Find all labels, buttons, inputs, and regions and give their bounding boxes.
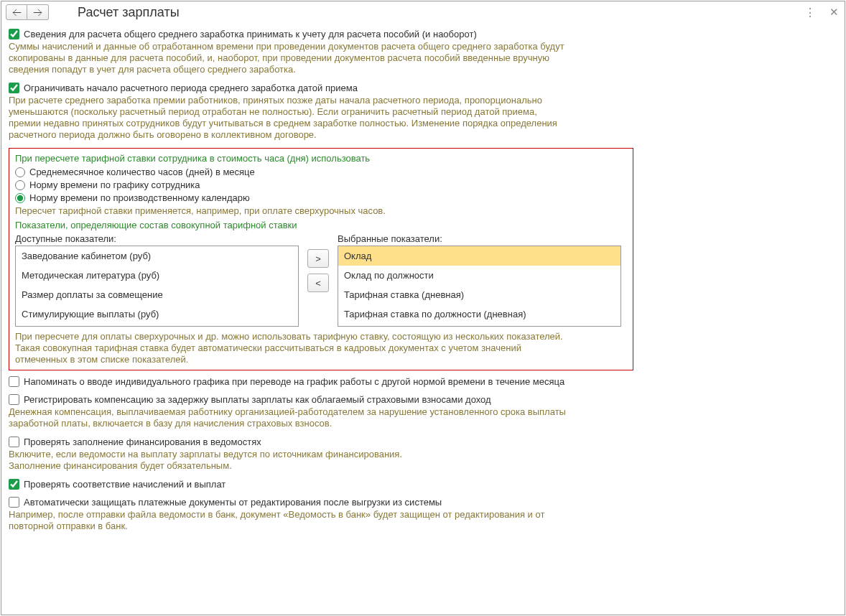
selected-label: Выбранные показатели: xyxy=(338,233,621,244)
checkbox-auto-protect[interactable] xyxy=(9,497,19,508)
desc-auto-protect: Например, после отправки файла ведомости… xyxy=(9,509,569,532)
nav-buttons: 🡠 🡢 xyxy=(6,4,49,20)
window-header: 🡠 🡢 Расчет зарплаты ⋮ ✕ xyxy=(1,1,845,23)
header-actions: ⋮ ✕ xyxy=(804,6,839,19)
radio-label-schedule-norm: Норму времени по графику сотрудника xyxy=(29,179,200,190)
content-area: Сведения для расчета общего среднего зар… xyxy=(1,23,845,546)
checkbox-limit-period-start[interactable] xyxy=(9,83,19,93)
forward-button[interactable]: 🡢 xyxy=(27,4,49,20)
available-listbox[interactable]: Заведование кабинетом (руб)Методическая … xyxy=(15,246,299,327)
label-check-accruals: Проверять соответствие начислений и выпл… xyxy=(24,479,226,490)
selected-column: Выбранные показатели: ОкладОклад по долж… xyxy=(338,233,621,327)
selected-listbox[interactable]: ОкладОклад по должностиТарифная ставка (… xyxy=(338,246,621,327)
label-check-financing: Проверять заполнение финансирования в ве… xyxy=(24,437,261,447)
page-title: Расчет зарплаты xyxy=(78,5,180,20)
radio-calendar-norm[interactable] xyxy=(15,193,25,203)
radio-avg-monthly[interactable] xyxy=(15,167,25,177)
back-button[interactable]: 🡠 xyxy=(6,4,27,20)
move-right-button[interactable]: > xyxy=(307,249,329,268)
label-register-compensation: Регистрировать компенсацию за задержку в… xyxy=(24,394,491,405)
heading-tariff-recalc: При пересчете тарифной ставки сотрудника… xyxy=(15,153,627,164)
desc-accept-general-average: Суммы начислений и данные об отработанно… xyxy=(9,41,569,75)
desc-limit-period-start: При расчете среднего заработка премии ра… xyxy=(9,95,569,141)
label-auto-protect: Автоматически защищать платежные докумен… xyxy=(24,497,442,508)
settings-window: 🡠 🡢 Расчет зарплаты ⋮ ✕ Сведения для рас… xyxy=(1,1,845,615)
option-accept-general-average[interactable]: Сведения для расчета общего среднего зар… xyxy=(9,29,837,39)
heading-composite-indicators: Показатели, определяющие состав совокупн… xyxy=(15,220,627,230)
option-check-accruals[interactable]: Проверять соответствие начислений и выпл… xyxy=(9,479,837,490)
list-item[interactable]: Размер доплаты за совмещение xyxy=(16,285,298,304)
list-item[interactable]: Заведование кабинетом (руб) xyxy=(16,246,298,266)
checkbox-check-financing[interactable] xyxy=(9,437,19,447)
checkbox-accept-general-average[interactable] xyxy=(9,29,19,39)
checkbox-remind-schedule[interactable] xyxy=(9,376,19,387)
label-remind-schedule: Напоминать о вводе индивидуального графи… xyxy=(24,376,564,387)
move-left-button[interactable]: < xyxy=(307,274,329,292)
arrow-right-icon: 🡢 xyxy=(33,7,42,18)
list-item[interactable]: Оклад xyxy=(338,246,620,266)
checkbox-register-compensation[interactable] xyxy=(9,394,19,405)
desc-composite-indicators: При пересчете для оплаты сверхурочных и … xyxy=(15,331,575,365)
radio-label-avg-monthly: Среднемесячное количество часов (дней) в… xyxy=(29,167,255,177)
label-accept-general-average: Сведения для расчета общего среднего зар… xyxy=(24,29,477,39)
option-auto-protect[interactable]: Автоматически защищать платежные докумен… xyxy=(9,497,837,508)
move-buttons: > < xyxy=(307,249,329,292)
radio-option-schedule-norm[interactable]: Норму времени по графику сотрудника xyxy=(15,179,627,190)
option-register-compensation[interactable]: Регистрировать компенсацию за задержку в… xyxy=(9,394,837,405)
desc-register-compensation: Денежная компенсация, выплачиваемая рабо… xyxy=(9,406,569,429)
desc-check-financing: Включите, если ведомости на выплату зарп… xyxy=(9,449,569,472)
tariff-rate-section: При пересчете тарифной ставки сотрудника… xyxy=(9,148,633,370)
available-label: Доступные показатели: xyxy=(15,233,299,244)
close-icon[interactable]: ✕ xyxy=(829,6,839,19)
dual-listbox: Доступные показатели: Заведование кабине… xyxy=(15,233,627,327)
list-item[interactable]: Тарифная ставка по должности (дневная) xyxy=(338,304,620,324)
radio-schedule-norm[interactable] xyxy=(15,180,25,190)
list-item[interactable]: Стимулирующие выплаты (руб) xyxy=(16,304,298,324)
list-item[interactable]: Оклад по должности xyxy=(338,266,620,285)
option-remind-schedule[interactable]: Напоминать о вводе индивидуального графи… xyxy=(9,376,837,387)
option-limit-period-start[interactable]: Ограничивать начало расчетного периода с… xyxy=(9,83,837,93)
checkbox-check-accruals[interactable] xyxy=(9,479,19,490)
desc-tariff-recalc: Пересчет тарифной ставки применяется, на… xyxy=(15,205,575,217)
available-column: Доступные показатели: Заведование кабине… xyxy=(15,233,299,327)
radio-option-avg-monthly[interactable]: Среднемесячное количество часов (дней) в… xyxy=(15,167,627,177)
list-item[interactable]: Методическая литература (руб) xyxy=(16,266,298,285)
label-limit-period-start: Ограничивать начало расчетного периода с… xyxy=(24,83,358,93)
option-check-financing[interactable]: Проверять заполнение финансирования в ве… xyxy=(9,437,837,447)
radio-option-calendar-norm[interactable]: Норму времени по производственному кален… xyxy=(15,192,627,203)
radio-label-calendar-norm: Норму времени по производственному кален… xyxy=(29,192,250,203)
arrow-left-icon: 🡠 xyxy=(12,7,22,18)
kebab-menu-icon[interactable]: ⋮ xyxy=(804,6,815,19)
list-item[interactable]: Тарифная ставка (дневная) xyxy=(338,285,620,304)
